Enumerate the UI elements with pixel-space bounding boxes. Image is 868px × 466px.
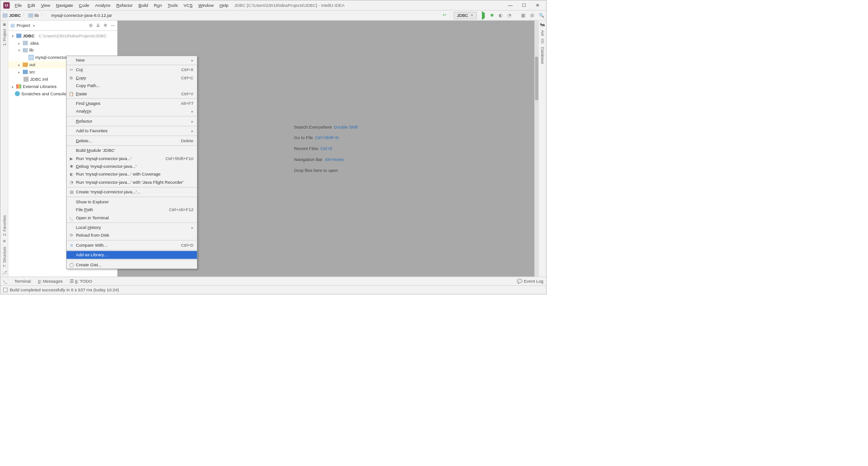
tab-todo[interactable]: ☰ 6: TODO bbox=[70, 279, 92, 284]
ctx-open-terminal[interactable]: ›_Open in Terminal bbox=[67, 214, 197, 222]
menu-build[interactable]: Build bbox=[135, 1, 151, 9]
vertical-scrollbar[interactable] bbox=[534, 21, 538, 276]
tab-favorites[interactable]: 2: Favorites bbox=[2, 215, 6, 236]
menu-vcs[interactable]: VCS bbox=[181, 1, 195, 9]
github-icon: ◯ bbox=[69, 262, 74, 268]
menu-tools[interactable]: Tools bbox=[165, 1, 181, 9]
debug-button[interactable]: ✱ bbox=[490, 13, 494, 18]
ctx-show-explorer[interactable]: Show in Explorer bbox=[67, 198, 197, 206]
app-logo-icon: IJ bbox=[3, 2, 10, 8]
terminal-icon: ›_ bbox=[69, 215, 74, 220]
menu-navigate[interactable]: Navigate bbox=[53, 1, 76, 9]
ctx-debug[interactable]: ✱Debug 'mysql-connector-java...' bbox=[67, 162, 197, 170]
menu-edit[interactable]: Edit bbox=[25, 1, 38, 9]
left-tool-gutter: ▣ 1: Project 2: Favorites ★ 7: Structure… bbox=[0, 21, 8, 276]
ctx-analyze[interactable]: Analyze▸ bbox=[67, 108, 197, 115]
run-coverage-button[interactable]: ◐ bbox=[499, 13, 502, 18]
project-view-title[interactable]: Project bbox=[16, 23, 30, 28]
profiler-button[interactable]: ◔ bbox=[507, 13, 511, 18]
create-icon: ▤ bbox=[69, 189, 74, 195]
ctx-build-module[interactable]: Build Module 'JDBC' bbox=[67, 146, 197, 154]
ctx-local-history[interactable]: Local History▸ bbox=[67, 223, 197, 231]
context-menu: New▸ ✂CutCtrl+X ⧉CopyCtrl+C Copy Path...… bbox=[66, 56, 197, 269]
scratches-icon bbox=[15, 91, 20, 96]
cut-icon: ✂ bbox=[69, 67, 74, 72]
ctx-run[interactable]: ▶Run 'mysql-connector-java...'Ctrl+Shift… bbox=[67, 155, 197, 162]
run-config-selector[interactable]: JDBC ▼ bbox=[454, 12, 477, 19]
ctx-copy-path[interactable]: Copy Path... bbox=[67, 82, 197, 89]
copy-icon: ⧉ bbox=[69, 75, 74, 81]
project-structure-button[interactable]: ⊞ bbox=[530, 13, 534, 18]
status-icon[interactable] bbox=[3, 288, 8, 292]
breadcrumb-folder[interactable]: lib bbox=[35, 13, 39, 18]
ctx-add-favorites[interactable]: Add to Favorites▸ bbox=[67, 127, 197, 135]
menu-code[interactable]: Code bbox=[76, 1, 92, 9]
ctx-run-jfr[interactable]: ◔Run 'mysql-connector-java...' with 'Jav… bbox=[67, 178, 197, 186]
ctx-paste[interactable]: 📋PasteCtrl+V bbox=[67, 90, 197, 98]
coverage-icon: ◐ bbox=[69, 171, 74, 177]
locate-icon[interactable]: ⊚ bbox=[89, 23, 93, 28]
tab-project[interactable]: 1: Project bbox=[2, 29, 6, 46]
breadcrumb-file[interactable]: mysql-connector-java-8.0.12.jar bbox=[51, 13, 112, 18]
refresh-icon: ⟳ bbox=[69, 233, 74, 238]
run-icon: ▶ bbox=[69, 155, 74, 161]
tab-terminal[interactable]: Terminal bbox=[14, 279, 31, 284]
chevron-down-icon: ▼ bbox=[470, 14, 474, 17]
bug-icon: ✱ bbox=[69, 164, 74, 169]
menu-refactor[interactable]: Refactor bbox=[114, 1, 136, 9]
navigation-bar: JDBC 〉 lib 〉 mysql-connector-java-8.0.12… bbox=[0, 10, 546, 21]
paste-icon: 📋 bbox=[69, 91, 74, 96]
ctx-create-gist[interactable]: ◯Create Gist... bbox=[67, 261, 197, 269]
update-app-button[interactable]: ▦ bbox=[521, 13, 525, 18]
chevron-right-icon: 〉 bbox=[41, 12, 45, 18]
ctx-reload-disk[interactable]: ⟳Reload from Disk bbox=[67, 232, 197, 239]
tab-structure[interactable]: 7: Structure bbox=[2, 247, 6, 267]
ctx-create-runconfig[interactable]: ▤Create 'mysql-connector-java...'... bbox=[67, 188, 197, 196]
right-tool-gutter: 🐜 Ant 🗄 Database bbox=[538, 21, 546, 276]
ctx-find-usages[interactable]: Find UsagesAlt+F7 bbox=[67, 99, 197, 107]
tip-drop: Drop files here to open bbox=[294, 168, 338, 173]
tree-lib[interactable]: ▾lib bbox=[8, 47, 117, 54]
window-title: JDBC [C:\Users\23019\IdeaProjects\JDBC] … bbox=[234, 3, 345, 8]
chevron-right-icon: 〉 bbox=[22, 12, 27, 18]
menu-window[interactable]: Window bbox=[196, 1, 217, 9]
collapse-icon[interactable]: ⇊ bbox=[96, 23, 100, 28]
breadcrumb-project[interactable]: JDBC bbox=[9, 13, 21, 18]
project-view-icon: ▤ bbox=[10, 23, 15, 28]
gear-icon[interactable]: ✲ bbox=[103, 23, 107, 28]
ctx-new[interactable]: New▸ bbox=[67, 56, 197, 64]
ctx-run-coverage[interactable]: ◐Run 'mysql-connector-java...' with Cove… bbox=[67, 171, 197, 178]
libraries-icon bbox=[16, 84, 21, 89]
ctx-copy[interactable]: ⧉CopyCtrl+C bbox=[67, 74, 197, 82]
run-button[interactable] bbox=[482, 13, 485, 18]
ctx-add-as-library[interactable]: Add as Library... bbox=[67, 251, 197, 259]
menu-help[interactable]: Help bbox=[217, 1, 231, 9]
ctx-compare-with[interactable]: ⤭Compare With...Ctrl+D bbox=[67, 241, 197, 249]
jar-icon bbox=[29, 55, 34, 60]
chevron-down-icon[interactable]: ▼ bbox=[32, 24, 36, 27]
menu-run[interactable]: Run bbox=[151, 1, 165, 9]
ctx-cut[interactable]: ✂CutCtrl+X bbox=[67, 66, 197, 73]
tree-project-root[interactable]: ▾JDBC C:\Users\23019\IdeaProjects\JDBC bbox=[8, 32, 117, 40]
ctx-file-path[interactable]: File PathCtrl+Alt+F12 bbox=[67, 206, 197, 213]
menu-view[interactable]: View bbox=[38, 1, 53, 9]
ctx-delete[interactable]: Delete...Delete bbox=[67, 137, 197, 145]
menu-analyze[interactable]: Analyze bbox=[92, 1, 114, 9]
hide-icon[interactable]: — bbox=[111, 23, 115, 28]
minimize-button[interactable]: — bbox=[508, 3, 512, 8]
ctx-refactor[interactable]: Refactor▸ bbox=[67, 117, 197, 125]
close-button[interactable]: ✕ bbox=[536, 3, 540, 8]
menu-file[interactable]: File bbox=[12, 1, 25, 9]
search-everywhere-button[interactable]: 🔍 bbox=[539, 13, 544, 18]
tab-ant[interactable]: Ant bbox=[540, 30, 545, 36]
scrollbar-thumb[interactable] bbox=[535, 57, 538, 100]
tab-messages[interactable]: 0: Messages bbox=[38, 279, 62, 284]
maximize-button[interactable]: ☐ bbox=[522, 3, 527, 8]
tip-recent-shortcut: Ctrl+E bbox=[320, 146, 333, 151]
tab-event-log[interactable]: 💬 Event Log bbox=[517, 279, 543, 284]
menu-bar: IJ File Edit View Navigate Code Analyze … bbox=[0, 0, 546, 10]
tree-idea[interactable]: ▸.idea bbox=[8, 39, 117, 47]
back-hammer-icon[interactable]: ↩ bbox=[443, 12, 449, 18]
tab-database[interactable]: Database bbox=[540, 47, 545, 64]
tip-goto-shortcut: Ctrl+Shift+N bbox=[315, 135, 339, 140]
